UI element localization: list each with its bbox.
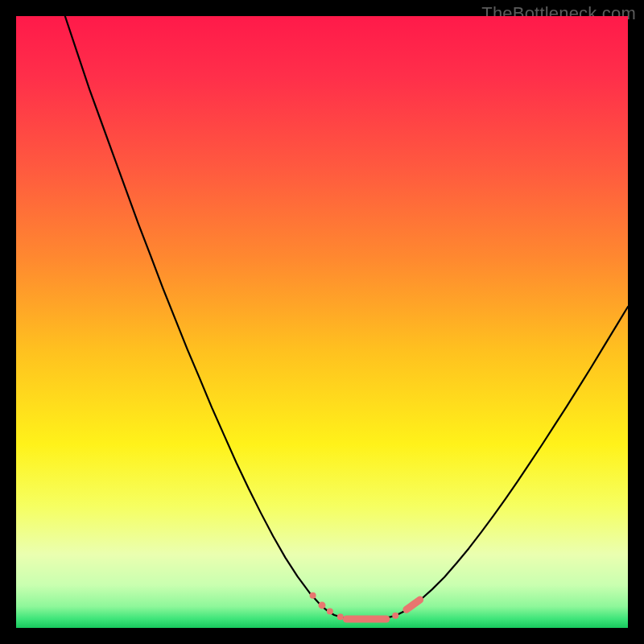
chart-plot-area [16, 16, 628, 628]
marker-dot [327, 608, 333, 614]
marker-dot [392, 613, 398, 619]
marker-dot [319, 601, 326, 609]
marker-dot [337, 613, 344, 620]
gradient-background [16, 16, 628, 628]
marker-dot [310, 592, 316, 599]
outer-frame: TheBottleneck.com [0, 0, 644, 644]
